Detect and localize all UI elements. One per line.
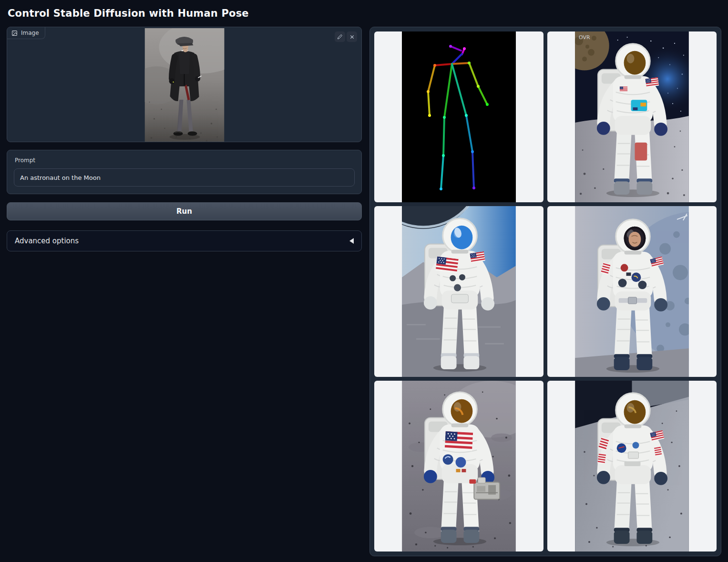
input-image-block: Image	[7, 27, 362, 142]
app: Control Stable Diffusion with Human Pose…	[0, 0, 728, 562]
clear-image-button[interactable]	[347, 31, 357, 42]
prompt-block: Prompt	[7, 150, 362, 194]
generated-image-art	[402, 381, 516, 552]
advanced-options-label: Advanced options	[15, 237, 79, 245]
input-image-art	[144, 28, 224, 142]
input-image[interactable]	[144, 28, 224, 142]
image-icon	[11, 30, 18, 36]
gallery-item-result-1[interactable]: OVR	[547, 31, 717, 202]
prompt-input[interactable]	[14, 168, 355, 187]
image-label-badge: Image	[7, 27, 45, 39]
gallery-item-result-4[interactable]	[374, 381, 543, 552]
generated-image-art	[575, 206, 689, 377]
output-gallery: OVR	[369, 27, 721, 556]
gallery-item-result-3[interactable]	[547, 206, 717, 377]
svg-text:OVR: OVR	[579, 34, 590, 41]
advanced-options-accordion[interactable]: Advanced options	[7, 230, 362, 251]
edit-image-button[interactable]	[335, 31, 345, 42]
run-button[interactable]: Run	[7, 202, 362, 220]
gallery-item-result-5[interactable]	[547, 381, 717, 552]
page-title: Control Stable Diffusion with Human Pose	[7, 7, 721, 27]
generated-image-art	[575, 381, 689, 552]
x-icon	[349, 34, 355, 40]
triangle-left-icon	[349, 238, 354, 244]
pose-skeleton-art	[402, 31, 516, 202]
pencil-icon	[337, 34, 343, 40]
gallery-item-result-2[interactable]	[374, 206, 543, 377]
image-label: Image	[21, 30, 39, 36]
prompt-label: Prompt	[15, 157, 355, 164]
generated-image-art: OVR	[575, 31, 689, 202]
gallery-item-pose[interactable]	[374, 31, 543, 202]
generated-image-art	[402, 206, 516, 377]
